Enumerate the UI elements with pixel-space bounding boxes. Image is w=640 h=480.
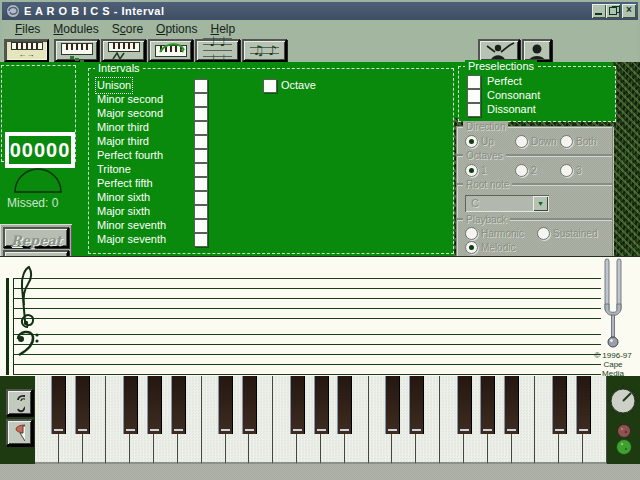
interval-checkbox-major-seventh[interactable] <box>194 233 208 247</box>
toolbar-module-notation-button[interactable]: ♫ ♪ <box>242 39 287 62</box>
interval-checkbox-perfect-fifth[interactable] <box>194 177 208 191</box>
playback-radio-sustained[interactable] <box>537 227 550 240</box>
toolbar-module-intervals-button[interactable]: ←→ <box>4 39 49 62</box>
black-key-after-white-19[interactable] <box>504 376 519 434</box>
chevron-down-icon[interactable]: ▼ <box>533 196 548 211</box>
menu-bar: FilesModulesScoreOptionsHelp <box>2 20 638 37</box>
toolbar-module-scales-button[interactable] <box>54 39 99 62</box>
playback-radio-melodic[interactable] <box>465 241 478 254</box>
octaves-label-1: 1 <box>481 165 487 176</box>
interval-checkbox-major-third[interactable] <box>194 135 208 149</box>
octave-label: Octave <box>281 79 316 92</box>
interval-checkbox-minor-third[interactable] <box>194 121 208 135</box>
staff-line <box>13 354 601 355</box>
piano-keyboard <box>35 376 607 464</box>
black-key-after-white-0[interactable] <box>51 376 66 434</box>
interval-checkbox-perfect-fourth[interactable] <box>194 149 208 163</box>
toolbar-module-melody-button[interactable] <box>148 39 193 62</box>
menu-item-score[interactable]: Score <box>112 22 143 36</box>
minimize-button[interactable] <box>592 4 606 18</box>
status-strip <box>0 464 640 480</box>
volume-knob-icon[interactable] <box>606 384 640 420</box>
hand-icon <box>14 423 25 443</box>
title-bar[interactable]: E A R O B I C S - Interval × <box>2 2 638 20</box>
green-indicator-icon[interactable] <box>615 438 633 456</box>
preselection-checkbox-perfect[interactable] <box>467 75 481 89</box>
octaves-group-label: Octaves <box>463 150 506 161</box>
black-key-after-white-10[interactable] <box>290 376 305 434</box>
black-key-after-white-18[interactable] <box>480 376 495 434</box>
interval-label-minor-second: Minor second <box>97 93 163 106</box>
arc-arrow-icon <box>158 42 188 54</box>
interval-checkbox-unison[interactable] <box>194 79 208 93</box>
playback-label-melodic: Melodic <box>481 242 515 253</box>
interval-checkbox-minor-second[interactable] <box>194 93 208 107</box>
octaves-radio-2[interactable] <box>515 164 528 177</box>
toolbar: ←→ ♩ ♩ ♩ ♩ ♫ ♪ UNREGISTERET <box>2 37 638 62</box>
direction-radio-down[interactable] <box>515 135 528 148</box>
playback-radio-harmonic[interactable] <box>465 227 478 240</box>
root-note-value: C <box>471 197 479 209</box>
main-panel: 00000 Missed: 0 Repeat Show me! Start In… <box>0 62 640 256</box>
ear-icon <box>14 393 25 413</box>
black-key-after-white-11[interactable] <box>314 376 329 434</box>
black-key-after-white-14[interactable] <box>385 376 400 434</box>
octaves-radio-3[interactable] <box>560 164 573 177</box>
intervals-group: Intervals UnisonMinor secondMajor second… <box>88 68 454 254</box>
black-key-after-white-4[interactable] <box>147 376 162 434</box>
direction-label-both: Both <box>576 136 597 147</box>
interval-label-minor-third: Minor third <box>97 121 149 134</box>
red-indicator-icon[interactable] <box>616 423 632 439</box>
black-key-after-white-1[interactable] <box>75 376 90 434</box>
play-hand-button[interactable] <box>6 419 33 446</box>
interval-checkbox-minor-sixth[interactable] <box>194 191 208 205</box>
menu-item-modules[interactable]: Modules <box>53 22 98 36</box>
preselection-label-dissonant: Dissonant <box>487 103 536 116</box>
interval-label-minor-seventh: Minor seventh <box>97 219 166 232</box>
preselection-checkbox-dissonant[interactable] <box>467 103 481 117</box>
profile-button[interactable] <box>522 39 552 62</box>
restore-button[interactable] <box>606 4 620 18</box>
menu-item-options[interactable]: Options <box>156 22 197 36</box>
interval-label-tritone: Tritone <box>97 163 131 176</box>
direction-radio-both[interactable] <box>560 135 573 148</box>
interval-checkbox-minor-seventh[interactable] <box>194 219 208 233</box>
octaves-label-2: 2 <box>531 165 537 176</box>
interval-checkbox-major-second[interactable] <box>194 107 208 121</box>
black-key-after-white-21[interactable] <box>552 376 567 434</box>
toolbar-module-rhythm-button[interactable]: ♩ ♩ ♩ ♩ <box>195 39 240 62</box>
root-note-group-label: Root note <box>463 179 512 190</box>
direction-radio-up[interactable] <box>465 135 478 148</box>
octaves-radio-1[interactable] <box>465 164 478 177</box>
staff-line <box>13 374 601 375</box>
score-counter: 00000 <box>5 132 75 168</box>
black-key-after-white-15[interactable] <box>409 376 424 434</box>
texture-border <box>613 62 640 256</box>
preselection-label-consonant: Consonant <box>487 89 540 102</box>
interval-checkbox-major-sixth[interactable] <box>194 205 208 219</box>
black-key-after-white-3[interactable] <box>123 376 138 434</box>
octaves-label-3: 3 <box>576 165 582 176</box>
conductor-icon <box>483 42 515 59</box>
interval-checkbox-tritone[interactable] <box>194 163 208 177</box>
black-key-after-white-17[interactable] <box>457 376 472 434</box>
conductor-button[interactable] <box>478 39 520 62</box>
black-key-after-white-12[interactable] <box>337 376 352 434</box>
listen-button[interactable] <box>6 389 33 416</box>
chord-marks-icon <box>111 52 137 59</box>
repeat-button[interactable]: Repeat <box>3 227 69 248</box>
black-key-after-white-22[interactable] <box>576 376 591 434</box>
black-key-after-white-7[interactable] <box>218 376 233 434</box>
black-key-after-white-8[interactable] <box>242 376 257 434</box>
piano-zone <box>0 376 640 464</box>
octave-checkbox[interactable] <box>263 79 277 93</box>
menu-item-files[interactable]: Files <box>15 22 40 36</box>
black-key-after-white-5[interactable] <box>171 376 186 434</box>
root-note-dropdown[interactable]: C ▼ <box>465 195 549 212</box>
direction-label-down: Down <box>531 136 557 147</box>
close-button[interactable]: × <box>622 4 636 18</box>
tuning-fork-icon <box>601 258 627 352</box>
preselection-checkbox-consonant[interactable] <box>467 89 481 103</box>
direction-label-up: Up <box>481 136 494 147</box>
toolbar-module-chords-button[interactable] <box>101 39 146 62</box>
